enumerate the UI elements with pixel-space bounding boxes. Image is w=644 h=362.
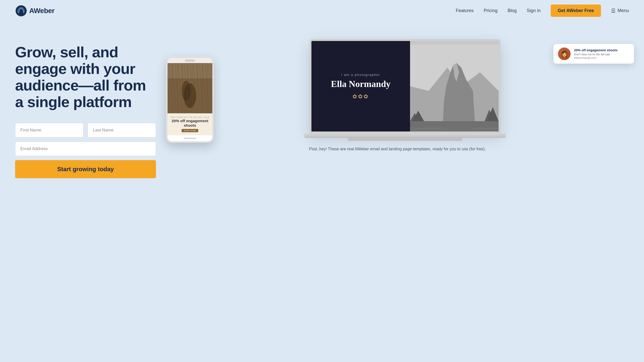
hero-left-column: Grow, sell, and engage with your audienc… bbox=[15, 36, 156, 178]
laptop-dark-panel: I am a photographer Ella Normandy ✿✿✿ bbox=[311, 41, 410, 131]
mobile-home-indicator bbox=[184, 138, 196, 139]
laptop-image-panel bbox=[410, 41, 499, 131]
email-input[interactable] bbox=[15, 142, 156, 156]
popup-domain: ellanormandy.com bbox=[574, 56, 629, 59]
svg-rect-2 bbox=[168, 78, 212, 113]
mobile-promo-label: DON'T MISS OUT ON THE FALL SALE bbox=[170, 116, 210, 118]
hero-section: Grow, sell, and engage with your audienc… bbox=[0, 21, 644, 362]
mountain-svg bbox=[410, 41, 499, 131]
svg-point-0 bbox=[16, 5, 27, 16]
mobile-shop-button: SHOP NOW bbox=[182, 129, 198, 132]
signup-form: Start growing today bbox=[15, 123, 156, 178]
nav-signin[interactable]: Sign in bbox=[527, 8, 541, 13]
ornament-decoration: ✿✿✿ bbox=[352, 93, 369, 100]
hero-headline: Grow, sell, and engage with your audienc… bbox=[15, 44, 156, 110]
site-header: AWeber Features Pricing Blog Sign in Get… bbox=[0, 0, 644, 21]
last-name-input[interactable] bbox=[88, 123, 156, 138]
hero-right-column: 👩 20% off engagement shoots Don't miss o… bbox=[166, 36, 629, 187]
laptop-stand bbox=[348, 138, 462, 141]
nav-blog[interactable]: Blog bbox=[508, 8, 517, 13]
main-nav: Features Pricing Blog Sign in Get AWeber… bbox=[456, 5, 629, 17]
laptop-screen: I am a photographer Ella Normandy ✿✿✿ bbox=[309, 39, 501, 133]
hero-caption: Psst, hey! These are real AWeber email a… bbox=[309, 146, 486, 152]
menu-label: Menu bbox=[618, 8, 629, 13]
svg-rect-17 bbox=[410, 121, 499, 128]
mobile-mockup: DON'T MISS OUT ON THE FALL SALE 20% off … bbox=[166, 57, 214, 143]
svg-point-4 bbox=[182, 81, 191, 101]
popup-subtitle: Don't miss out on the fall sale bbox=[574, 53, 629, 56]
hamburger-icon: ☰ bbox=[611, 8, 616, 14]
logo-text: AWeber bbox=[29, 7, 55, 15]
nav-features[interactable]: Features bbox=[456, 8, 474, 13]
laptop-mockup: I am a photographer Ella Normandy ✿✿✿ bbox=[309, 39, 501, 141]
first-name-input[interactable] bbox=[15, 123, 84, 138]
mobile-home-bar bbox=[168, 135, 212, 141]
mobile-promo-banner: DON'T MISS OUT ON THE FALL SALE 20% off … bbox=[168, 113, 212, 135]
name-fields-row bbox=[15, 123, 156, 138]
email-notification-popup: 👩 20% off engagement shoots Don't miss o… bbox=[553, 44, 634, 64]
mobile-photo-svg bbox=[168, 63, 212, 113]
mobile-photo-area bbox=[168, 63, 212, 113]
photographer-name: Ella Normandy bbox=[331, 79, 390, 89]
popup-avatar: 👩 bbox=[558, 48, 571, 60]
mobile-top-bar bbox=[168, 58, 212, 63]
get-aweber-free-button[interactable]: Get AWeber Free bbox=[551, 5, 601, 17]
mobile-notch bbox=[185, 60, 195, 62]
mobile-promo-headline: 20% off engagement shoots bbox=[170, 119, 210, 128]
photographer-subtitle: I am a photographer bbox=[341, 73, 380, 77]
popup-title: 20% off engagement shoots bbox=[574, 48, 629, 52]
menu-button[interactable]: ☰ Menu bbox=[611, 8, 629, 14]
logo-link[interactable]: AWeber bbox=[15, 5, 55, 17]
popup-text-content: 20% off engagement shoots Don't miss out… bbox=[574, 48, 629, 59]
svg-point-3 bbox=[184, 83, 196, 108]
start-growing-button[interactable]: Start growing today bbox=[15, 160, 156, 178]
laptop-base bbox=[304, 133, 506, 138]
aweber-logo-icon bbox=[15, 5, 27, 17]
laptop-content: I am a photographer Ella Normandy ✿✿✿ bbox=[311, 41, 499, 131]
avatar-face-icon: 👩 bbox=[558, 48, 571, 60]
svg-rect-1 bbox=[168, 63, 212, 113]
nav-pricing[interactable]: Pricing bbox=[484, 8, 498, 13]
